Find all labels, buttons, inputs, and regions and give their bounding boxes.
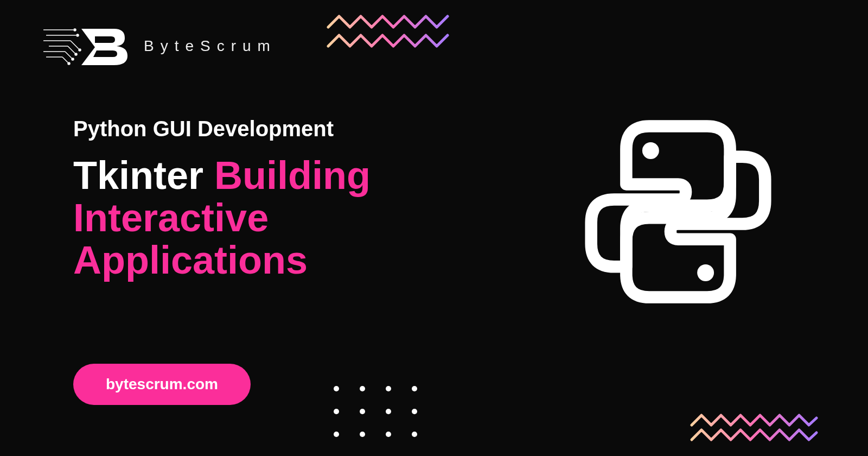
dot (386, 432, 391, 437)
dot (412, 409, 417, 414)
headline-word-building: Building (214, 154, 371, 197)
brand-name: ByteScrum (144, 37, 277, 55)
dot-grid-decoration (334, 386, 417, 437)
svg-line-14 (62, 57, 68, 62)
zigzag-decoration-top (326, 14, 450, 52)
dot (360, 409, 365, 414)
hero-subtitle: Python GUI Development (73, 117, 334, 141)
dot (334, 386, 339, 391)
python-eye-bottom (697, 264, 714, 281)
dot (334, 409, 339, 414)
python-icon (580, 114, 776, 309)
python-eye-top (642, 142, 659, 159)
dot (360, 386, 365, 391)
svg-line-8 (68, 46, 75, 53)
cta-button[interactable]: bytescrum.com (73, 364, 251, 405)
brand-logo-block: ByteScrum (43, 24, 277, 68)
svg-point-6 (79, 49, 81, 51)
svg-point-1 (74, 29, 76, 31)
dot (412, 432, 417, 437)
dot (334, 432, 339, 437)
headline-word-interactive: Interactive (73, 196, 269, 239)
dot (412, 386, 417, 391)
dot (386, 386, 391, 391)
svg-point-3 (76, 34, 79, 36)
bytescrum-logo-icon (43, 24, 130, 68)
dot (386, 409, 391, 414)
headline-word-tkinter: Tkinter (73, 154, 203, 197)
svg-point-15 (68, 62, 70, 65)
headline-word-applications: Applications (73, 238, 308, 282)
svg-line-5 (71, 41, 79, 49)
svg-point-12 (72, 58, 74, 60)
svg-point-9 (75, 53, 77, 55)
zigzag-decoration-bottom (689, 413, 819, 442)
dot (360, 432, 365, 437)
svg-line-11 (65, 52, 72, 58)
hero-headline: Tkinter Building Interactive Application… (73, 155, 371, 281)
